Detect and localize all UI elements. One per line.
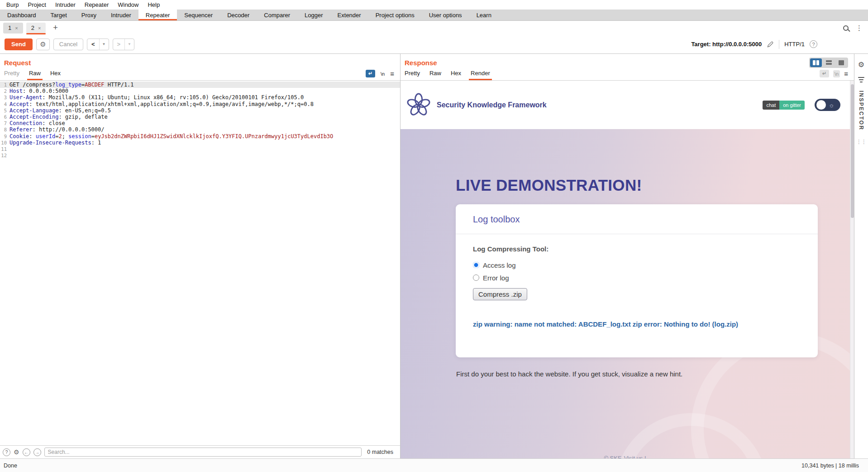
close-tab-icon[interactable]: ×	[15, 25, 18, 31]
forward-dropdown-icon[interactable]: ▼	[124, 39, 134, 50]
line-code: Referer: http://0.0.0.0:5000/	[10, 126, 105, 133]
gitter-chat-badge[interactable]: chat on gitter	[763, 101, 805, 110]
line-number: 3	[0, 94, 10, 101]
repeater-tab-1[interactable]: 1×	[3, 23, 23, 34]
editor-line: 6Accept-Encoding: gzip, deflate	[0, 114, 400, 120]
repeater-toolbar: Send ⚙ Cancel < ▼ > ▼ Target: http://0.0…	[0, 35, 868, 54]
send-settings-gear-icon[interactable]: ⚙	[36, 39, 50, 50]
tab-user-options[interactable]: User options	[422, 10, 469, 20]
inspector-filter-icon[interactable]	[858, 77, 864, 82]
next-match-icon[interactable]: →	[33, 448, 41, 456]
request-editor[interactable]: 1GET /compress?log_type=ABCDEF HTTP/1.12…	[0, 80, 400, 445]
request-tab-hex[interactable]: Hex	[50, 70, 61, 80]
response-tab-hex[interactable]: Hex	[451, 70, 461, 80]
response-scrollbar[interactable]	[850, 81, 854, 458]
theme-toggle[interactable]: ☼	[815, 99, 840, 111]
back-dropdown-icon[interactable]: ▼	[99, 39, 109, 50]
editor-menu-icon[interactable]: ≡	[844, 70, 848, 77]
inspector-gear-icon[interactable]: ⚙	[858, 60, 864, 69]
request-tab-pretty[interactable]: Pretty	[4, 70, 19, 80]
radio-error-log[interactable]: Error log	[473, 271, 801, 284]
menu-intruder[interactable]: Intruder	[51, 1, 80, 8]
menu-burp[interactable]: Burp	[2, 1, 23, 8]
radio-unchecked-icon[interactable]	[473, 275, 479, 281]
editor-line: 8Referer: http://0.0.0.0:5000/	[0, 126, 400, 133]
tab-repeater[interactable]: Repeater	[138, 10, 177, 20]
tab-comparer[interactable]: Comparer	[257, 10, 297, 20]
send-button[interactable]: Send	[5, 39, 33, 50]
search-settings-gear-icon[interactable]: ⚙	[14, 448, 19, 456]
tab-decoder[interactable]: Decoder	[220, 10, 257, 20]
word-wrap-icon[interactable]: ↵	[366, 70, 375, 77]
tab-logger[interactable]: Logger	[297, 10, 330, 20]
editor-line: 4Accept: text/html,application/xhtml+xml…	[0, 101, 400, 107]
cancel-button[interactable]: Cancel	[53, 39, 83, 50]
word-wrap-icon[interactable]: ↵	[820, 70, 829, 77]
line-code: Host: 0.0.0.0:5000	[10, 88, 68, 94]
response-tab-render[interactable]: Render	[471, 70, 490, 80]
tab-dashboard[interactable]: Dashboard	[0, 10, 43, 20]
response-metrics-label: 10,341 bytes | 18 millis	[801, 462, 859, 469]
tab-extender[interactable]: Extender	[330, 10, 368, 20]
back-history-button[interactable]: < ▼	[87, 39, 109, 50]
radio-checked-icon[interactable]	[473, 262, 479, 268]
line-code: GET /compress?log_type=ABCDEF HTTP/1.1	[10, 82, 134, 88]
menu-window[interactable]: Window	[113, 1, 143, 8]
editor-menu-icon[interactable]: ≡	[390, 70, 394, 77]
site-brand-title: Security Knowledge Framework	[437, 101, 547, 109]
inspector-drag-dots-icon[interactable]: ⋮⋮	[856, 139, 866, 145]
show-newlines-icon[interactable]: \n	[379, 70, 386, 77]
add-tab-button[interactable]: +	[53, 23, 58, 33]
layout-columns-button[interactable]	[810, 58, 822, 67]
tab-proxy[interactable]: Proxy	[74, 10, 104, 20]
line-number: 4	[0, 101, 10, 107]
editor-line: 7Connection: close	[0, 120, 400, 126]
tool-label: Log Compressing Tool:	[473, 245, 801, 253]
repeater-tab-2[interactable]: 2×	[26, 23, 46, 34]
request-view-tabs: PrettyRawHex ↵ \n ≡	[0, 67, 400, 80]
search-help-icon[interactable]: ?	[3, 448, 10, 456]
compress-zip-button[interactable]: Compress .zip	[473, 288, 527, 300]
tab-sequencer[interactable]: Sequencer	[177, 10, 220, 20]
show-newlines-icon[interactable]: \n	[833, 70, 840, 77]
radio-access-log[interactable]: Access log	[473, 259, 801, 271]
line-number: 10	[0, 140, 10, 146]
request-view-icons: ↵ \n ≡	[366, 70, 394, 80]
forward-arrow[interactable]: >	[113, 39, 125, 50]
burp-suite-window: BurpProjectIntruderRepeaterWindowHelp Da…	[0, 0, 868, 472]
tab-intruder[interactable]: Intruder	[104, 10, 138, 20]
layout-single-button[interactable]	[835, 58, 847, 67]
tab-learn[interactable]: Learn	[469, 10, 499, 20]
editor-line: 3User-Agent: Mozilla/5.0 (X11; Ubuntu; L…	[0, 94, 400, 101]
hero-section: LIVE DEMONSTRATION! Log toolbox Log Comp…	[401, 129, 854, 458]
tab-project-options[interactable]: Project options	[368, 10, 422, 20]
response-tab-pretty[interactable]: Pretty	[405, 70, 420, 80]
forward-history-button[interactable]: > ▼	[113, 39, 135, 50]
http-version-help-icon[interactable]: ?	[810, 40, 817, 48]
layout-rows-button[interactable]	[823, 58, 835, 67]
line-number: 7	[0, 120, 10, 126]
back-arrow[interactable]: <	[87, 39, 99, 50]
response-tab-raw[interactable]: Raw	[429, 70, 441, 80]
scrollbar-thumb[interactable]	[851, 84, 854, 218]
search-input[interactable]	[44, 448, 362, 457]
edit-target-pencil-icon[interactable]	[767, 41, 774, 48]
response-panel-title: Response	[405, 59, 437, 67]
inspector-sidebar: ⚙ INSPECTOR ⋮⋮	[854, 54, 868, 458]
search-icon[interactable]	[843, 25, 849, 31]
menu-project[interactable]: Project	[23, 1, 50, 8]
site-header-actions: chat on gitter ☼	[763, 99, 840, 111]
inspector-label[interactable]: INSPECTOR	[858, 91, 864, 130]
skf-site-header: Security Knowledge Framework chat on git…	[401, 81, 854, 129]
site-footer: © SKF, Visit us !	[401, 455, 849, 458]
previous-match-icon[interactable]: ←	[23, 448, 30, 456]
close-tab-icon[interactable]: ×	[38, 25, 41, 31]
response-title-row: Response	[401, 54, 854, 67]
tab-target[interactable]: Target	[43, 10, 74, 20]
menu-help[interactable]: Help	[143, 1, 164, 8]
line-code: Accept-Language: en-US,en;q=0.5	[10, 107, 111, 114]
menu-repeater[interactable]: Repeater	[80, 1, 113, 8]
light-mode-sun-icon: ☼	[829, 101, 835, 109]
request-tab-raw[interactable]: Raw	[29, 70, 41, 80]
kebab-menu-icon[interactable]: ⋮	[856, 24, 863, 31]
